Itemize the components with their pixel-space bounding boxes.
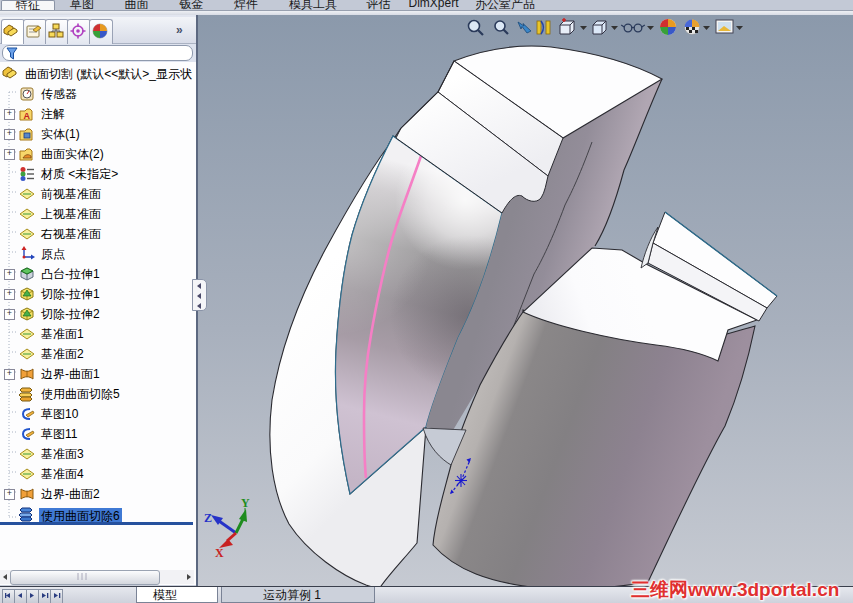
svg-text:Z: Z [204,511,212,525]
svg-text:Y: Y [241,496,250,510]
svg-text:X: X [215,546,224,560]
svg-text:A: A [24,111,31,121]
